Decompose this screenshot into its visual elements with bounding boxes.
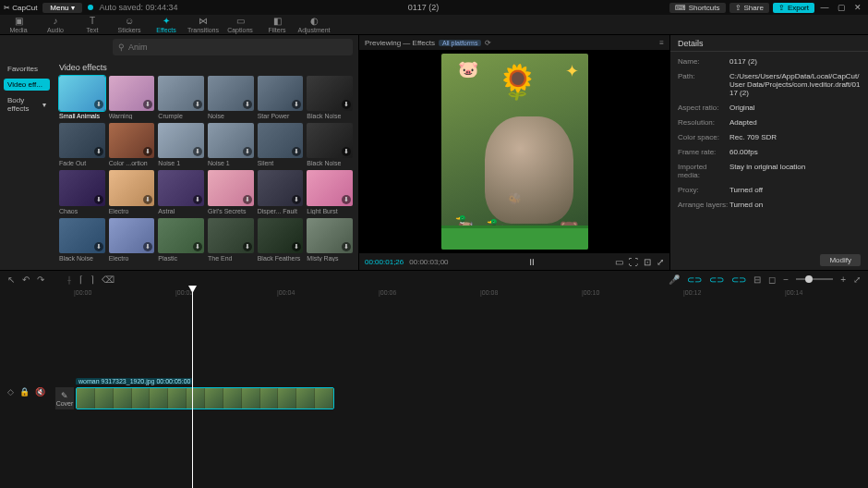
effect-girl-s-secrets[interactable]: ⬇Girl's Secrets bbox=[208, 170, 254, 214]
preview-menu-icon[interactable]: ≡ bbox=[659, 39, 664, 47]
effect-star-power[interactable]: ⬇Star Power bbox=[258, 76, 304, 119]
effect-misty-rays[interactable]: ⬇Misty Rays bbox=[307, 218, 353, 262]
zoom-in-icon[interactable]: + bbox=[840, 274, 846, 285]
export-button[interactable]: ⇪ Export bbox=[773, 3, 814, 13]
snap-icon[interactable]: ⊟ bbox=[753, 274, 761, 285]
download-icon[interactable]: ⬇ bbox=[193, 147, 202, 156]
undo-icon[interactable]: ↶ bbox=[22, 274, 30, 285]
download-icon[interactable]: ⬇ bbox=[143, 147, 152, 156]
nav-stickers[interactable]: ☺Stickers bbox=[111, 15, 148, 34]
delete-icon[interactable]: ⌫ bbox=[102, 274, 115, 285]
effect-warning[interactable]: ⬇Warning bbox=[109, 76, 155, 119]
nav-transitions[interactable]: ⋈Transitions bbox=[185, 15, 222, 34]
trim-left-icon[interactable]: ⌈ bbox=[79, 274, 83, 285]
download-icon[interactable]: ⬇ bbox=[94, 147, 103, 156]
trim-right-icon[interactable]: ⌉ bbox=[90, 274, 94, 285]
download-icon[interactable]: ⬇ bbox=[243, 147, 252, 156]
download-icon[interactable]: ⬇ bbox=[243, 242, 252, 251]
nav-adjustment[interactable]: ◐Adjustment bbox=[295, 15, 332, 34]
effect-black-noise[interactable]: ⬇Black Noise bbox=[307, 76, 353, 119]
download-icon[interactable]: ⬇ bbox=[94, 100, 103, 109]
video-clip[interactable] bbox=[76, 387, 334, 409]
nav-captions[interactable]: ▭Captions bbox=[222, 15, 259, 34]
effect-black-feathers[interactable]: ⬇Black Feathers bbox=[258, 218, 304, 262]
download-icon[interactable]: ⬇ bbox=[342, 100, 351, 109]
toggle-3-icon[interactable]: ⊂⊃ bbox=[731, 274, 746, 285]
track-mute-icon[interactable]: 🔇 bbox=[35, 387, 45, 396]
effect-noise-[interactable]: ⬇Noise 1 bbox=[208, 123, 254, 166]
redo-icon[interactable]: ↷ bbox=[37, 274, 44, 285]
shortcuts-button[interactable]: ⌨ Shortcuts bbox=[669, 3, 726, 13]
preview-viewport[interactable]: 🐷 🌻 ✦ 🐝 🦆 🦆 🐻 bbox=[441, 54, 588, 250]
ratio-icon[interactable]: ▭ bbox=[615, 257, 623, 267]
download-icon[interactable]: ⬇ bbox=[243, 195, 252, 204]
download-icon[interactable]: ⬇ bbox=[342, 147, 351, 156]
close-button[interactable]: ✕ bbox=[851, 1, 864, 14]
nav-effects[interactable]: ✦Effects bbox=[148, 15, 185, 34]
platforms-pill[interactable]: All platforms bbox=[439, 40, 482, 46]
download-icon[interactable]: ⬇ bbox=[243, 100, 252, 109]
effect-small-animals[interactable]: ⬇Small Animals bbox=[59, 76, 105, 119]
menu-button[interactable]: Menu ▾ bbox=[42, 3, 82, 13]
effect-black-noise[interactable]: ⬇Black Noise bbox=[59, 218, 105, 262]
maximize-button[interactable]: ▢ bbox=[835, 1, 848, 14]
refresh-icon[interactable]: ⟳ bbox=[485, 39, 491, 47]
effect-electro[interactable]: ⬇Electro bbox=[109, 218, 155, 262]
effect-disper-fault[interactable]: ⬇Disper... Fault bbox=[258, 170, 304, 214]
download-icon[interactable]: ⬇ bbox=[94, 242, 103, 251]
effect-black-noise[interactable]: ⬇Black Noise bbox=[307, 123, 353, 166]
fullscreen-icon[interactable]: ⤢ bbox=[657, 257, 664, 267]
download-icon[interactable]: ⬇ bbox=[342, 242, 351, 251]
effect-fade-out[interactable]: ⬇Fade Out bbox=[59, 123, 105, 166]
track-visibility-icon[interactable]: ◇ bbox=[7, 387, 14, 396]
download-icon[interactable]: ⬇ bbox=[143, 242, 152, 251]
sidebar-item-video-eff-[interactable]: Video eff... bbox=[4, 79, 50, 91]
download-icon[interactable]: ⬇ bbox=[193, 195, 202, 204]
fit-icon[interactable]: ⛶ bbox=[629, 257, 638, 267]
zoom-slider[interactable] bbox=[796, 278, 833, 280]
effect-plastic[interactable]: ⬇Plastic bbox=[158, 218, 204, 262]
nav-filters[interactable]: ◧Filters bbox=[259, 15, 295, 34]
effect-the-end[interactable]: ⬇The End bbox=[208, 218, 254, 262]
download-icon[interactable]: ⬇ bbox=[143, 195, 152, 204]
download-icon[interactable]: ⬇ bbox=[94, 195, 103, 204]
effect-electro[interactable]: ⬇Electro bbox=[109, 170, 155, 214]
effect-color-ortion[interactable]: ⬇Color ...ortion bbox=[109, 123, 155, 166]
search-input[interactable]: ⚲ Anim bbox=[113, 39, 353, 55]
zoom-out-icon[interactable]: − bbox=[783, 274, 789, 285]
nav-audio[interactable]: ♪Audio bbox=[37, 15, 74, 34]
sidebar-item-body-effects[interactable]: Body effects▾ bbox=[4, 94, 50, 115]
download-icon[interactable]: ⬇ bbox=[292, 195, 301, 204]
share-button[interactable]: ⇪ Share bbox=[729, 3, 769, 13]
cover-button[interactable]: ✎Cover bbox=[55, 387, 74, 409]
effect-light-burst[interactable]: ⬇Light Burst bbox=[307, 170, 353, 214]
effect-noise[interactable]: ⬇Noise bbox=[208, 76, 254, 119]
toggle-1-icon[interactable]: ⊂⊃ bbox=[687, 274, 702, 285]
modify-button[interactable]: Modify bbox=[820, 254, 861, 266]
timeline-tracks[interactable]: ✎Cover woman 9317323_1920.jpg 00:00:05:0… bbox=[55, 300, 868, 488]
minimize-button[interactable]: — bbox=[818, 1, 831, 14]
play-pause-button[interactable]: ⏸ bbox=[527, 257, 536, 267]
download-icon[interactable]: ⬇ bbox=[292, 147, 301, 156]
effect-noise-[interactable]: ⬇Noise 1 bbox=[158, 123, 204, 166]
zoom-reset-icon[interactable]: ⊡ bbox=[644, 257, 651, 267]
toggle-2-icon[interactable]: ⊂⊃ bbox=[709, 274, 724, 285]
fit-timeline-icon[interactable]: ⤢ bbox=[853, 274, 861, 285]
pointer-tool-icon[interactable]: ↖ bbox=[7, 274, 15, 285]
effect-chaos[interactable]: ⬇Chaos bbox=[59, 170, 105, 214]
effect-crumple[interactable]: ⬇Crumple bbox=[158, 76, 204, 119]
track-lock-icon[interactable]: 🔒 bbox=[19, 387, 30, 396]
effect-silent[interactable]: ⬇Silent bbox=[258, 123, 304, 166]
download-icon[interactable]: ⬇ bbox=[193, 242, 202, 251]
split-icon[interactable]: ⟊ bbox=[66, 274, 72, 285]
playhead[interactable] bbox=[192, 287, 193, 488]
nav-text[interactable]: TText bbox=[74, 15, 111, 34]
effect-astral[interactable]: ⬇Astral bbox=[158, 170, 204, 214]
nav-media[interactable]: ▣Media bbox=[0, 15, 37, 34]
preview-snap-icon[interactable]: ◻ bbox=[768, 274, 776, 285]
mic-icon[interactable]: 🎤 bbox=[669, 274, 680, 285]
download-icon[interactable]: ⬇ bbox=[193, 100, 202, 109]
download-icon[interactable]: ⬇ bbox=[342, 195, 351, 204]
download-icon[interactable]: ⬇ bbox=[292, 242, 301, 251]
download-icon[interactable]: ⬇ bbox=[292, 100, 301, 109]
